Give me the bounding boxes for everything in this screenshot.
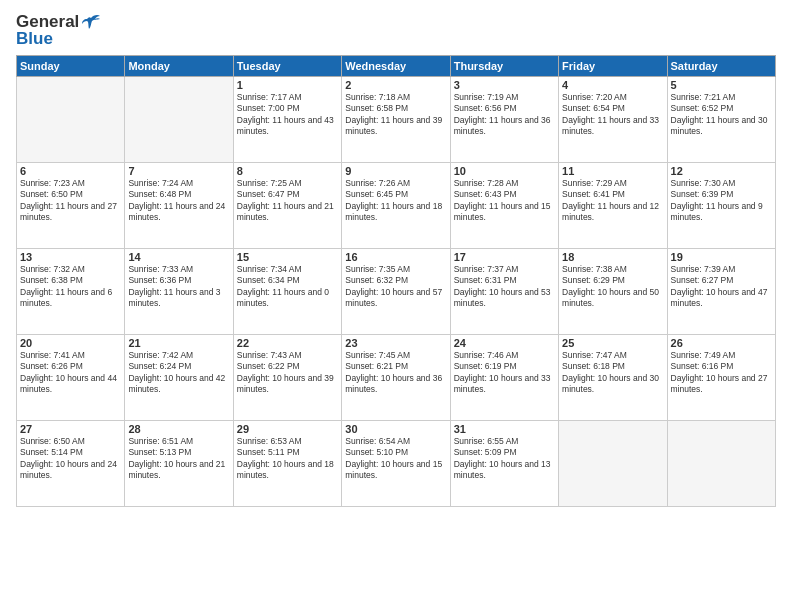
calendar-day-cell: 28Sunrise: 6:51 AMSunset: 5:13 PMDayligh… (125, 421, 233, 507)
calendar-day-cell: 13Sunrise: 7:32 AMSunset: 6:38 PMDayligh… (17, 249, 125, 335)
page: General Blue SundayMondayTuesdayWednesda… (0, 0, 792, 612)
calendar-day-cell: 21Sunrise: 7:42 AMSunset: 6:24 PMDayligh… (125, 335, 233, 421)
calendar-day-cell: 19Sunrise: 7:39 AMSunset: 6:27 PMDayligh… (667, 249, 775, 335)
calendar-day-cell: 23Sunrise: 7:45 AMSunset: 6:21 PMDayligh… (342, 335, 450, 421)
day-detail: Sunrise: 6:53 AMSunset: 5:11 PMDaylight:… (237, 436, 338, 482)
day-number: 19 (671, 251, 772, 263)
day-number: 17 (454, 251, 555, 263)
weekday-header: Tuesday (233, 56, 341, 77)
calendar-day-cell: 18Sunrise: 7:38 AMSunset: 6:29 PMDayligh… (559, 249, 667, 335)
day-number: 24 (454, 337, 555, 349)
calendar-day-cell: 17Sunrise: 7:37 AMSunset: 6:31 PMDayligh… (450, 249, 558, 335)
calendar-day-cell (667, 421, 775, 507)
day-number: 13 (20, 251, 121, 263)
calendar-day-cell: 22Sunrise: 7:43 AMSunset: 6:22 PMDayligh… (233, 335, 341, 421)
day-number: 21 (128, 337, 229, 349)
day-number: 27 (20, 423, 121, 435)
weekday-header: Thursday (450, 56, 558, 77)
day-detail: Sunrise: 7:24 AMSunset: 6:48 PMDaylight:… (128, 178, 229, 224)
weekday-header: Friday (559, 56, 667, 77)
calendar-day-cell: 10Sunrise: 7:28 AMSunset: 6:43 PMDayligh… (450, 163, 558, 249)
weekday-header: Wednesday (342, 56, 450, 77)
weekday-header: Saturday (667, 56, 775, 77)
day-detail: Sunrise: 6:55 AMSunset: 5:09 PMDaylight:… (454, 436, 555, 482)
day-number: 26 (671, 337, 772, 349)
calendar-day-cell: 29Sunrise: 6:53 AMSunset: 5:11 PMDayligh… (233, 421, 341, 507)
day-detail: Sunrise: 7:20 AMSunset: 6:54 PMDaylight:… (562, 92, 663, 138)
day-number: 4 (562, 79, 663, 91)
logo: General Blue (16, 12, 100, 49)
calendar-day-cell: 1Sunrise: 7:17 AMSunset: 7:00 PMDaylight… (233, 77, 341, 163)
day-detail: Sunrise: 6:50 AMSunset: 5:14 PMDaylight:… (20, 436, 121, 482)
day-detail: Sunrise: 7:37 AMSunset: 6:31 PMDaylight:… (454, 264, 555, 310)
calendar-day-cell (559, 421, 667, 507)
calendar-day-cell: 5Sunrise: 7:21 AMSunset: 6:52 PMDaylight… (667, 77, 775, 163)
calendar-day-cell: 4Sunrise: 7:20 AMSunset: 6:54 PMDaylight… (559, 77, 667, 163)
calendar-day-cell: 30Sunrise: 6:54 AMSunset: 5:10 PMDayligh… (342, 421, 450, 507)
day-detail: Sunrise: 7:39 AMSunset: 6:27 PMDaylight:… (671, 264, 772, 310)
day-detail: Sunrise: 7:29 AMSunset: 6:41 PMDaylight:… (562, 178, 663, 224)
day-detail: Sunrise: 7:26 AMSunset: 6:45 PMDaylight:… (345, 178, 446, 224)
day-number: 8 (237, 165, 338, 177)
day-detail: Sunrise: 7:49 AMSunset: 6:16 PMDaylight:… (671, 350, 772, 396)
calendar-day-cell: 31Sunrise: 6:55 AMSunset: 5:09 PMDayligh… (450, 421, 558, 507)
calendar-day-cell: 24Sunrise: 7:46 AMSunset: 6:19 PMDayligh… (450, 335, 558, 421)
day-number: 23 (345, 337, 446, 349)
calendar-table: SundayMondayTuesdayWednesdayThursdayFrid… (16, 55, 776, 507)
day-number: 20 (20, 337, 121, 349)
day-number: 9 (345, 165, 446, 177)
calendar-day-cell: 16Sunrise: 7:35 AMSunset: 6:32 PMDayligh… (342, 249, 450, 335)
logo-blue-text: Blue (16, 29, 53, 49)
day-number: 25 (562, 337, 663, 349)
day-number: 11 (562, 165, 663, 177)
day-detail: Sunrise: 7:30 AMSunset: 6:39 PMDaylight:… (671, 178, 772, 224)
calendar-day-cell (17, 77, 125, 163)
calendar-day-cell: 26Sunrise: 7:49 AMSunset: 6:16 PMDayligh… (667, 335, 775, 421)
calendar-week-row: 20Sunrise: 7:41 AMSunset: 6:26 PMDayligh… (17, 335, 776, 421)
calendar-week-row: 27Sunrise: 6:50 AMSunset: 5:14 PMDayligh… (17, 421, 776, 507)
day-number: 31 (454, 423, 555, 435)
calendar-day-cell: 7Sunrise: 7:24 AMSunset: 6:48 PMDaylight… (125, 163, 233, 249)
day-number: 28 (128, 423, 229, 435)
day-detail: Sunrise: 7:41 AMSunset: 6:26 PMDaylight:… (20, 350, 121, 396)
day-detail: Sunrise: 7:38 AMSunset: 6:29 PMDaylight:… (562, 264, 663, 310)
calendar-day-cell (125, 77, 233, 163)
day-detail: Sunrise: 7:23 AMSunset: 6:50 PMDaylight:… (20, 178, 121, 224)
day-detail: Sunrise: 7:42 AMSunset: 6:24 PMDaylight:… (128, 350, 229, 396)
day-detail: Sunrise: 7:18 AMSunset: 6:58 PMDaylight:… (345, 92, 446, 138)
day-number: 18 (562, 251, 663, 263)
calendar-day-cell: 8Sunrise: 7:25 AMSunset: 6:47 PMDaylight… (233, 163, 341, 249)
day-number: 10 (454, 165, 555, 177)
day-detail: Sunrise: 7:32 AMSunset: 6:38 PMDaylight:… (20, 264, 121, 310)
day-detail: Sunrise: 7:21 AMSunset: 6:52 PMDaylight:… (671, 92, 772, 138)
day-number: 2 (345, 79, 446, 91)
day-number: 22 (237, 337, 338, 349)
day-number: 12 (671, 165, 772, 177)
calendar-day-cell: 6Sunrise: 7:23 AMSunset: 6:50 PMDaylight… (17, 163, 125, 249)
calendar-day-cell: 20Sunrise: 7:41 AMSunset: 6:26 PMDayligh… (17, 335, 125, 421)
day-detail: Sunrise: 7:19 AMSunset: 6:56 PMDaylight:… (454, 92, 555, 138)
day-number: 15 (237, 251, 338, 263)
day-detail: Sunrise: 7:46 AMSunset: 6:19 PMDaylight:… (454, 350, 555, 396)
calendar-day-cell: 11Sunrise: 7:29 AMSunset: 6:41 PMDayligh… (559, 163, 667, 249)
day-number: 14 (128, 251, 229, 263)
calendar-week-row: 13Sunrise: 7:32 AMSunset: 6:38 PMDayligh… (17, 249, 776, 335)
calendar-day-cell: 27Sunrise: 6:50 AMSunset: 5:14 PMDayligh… (17, 421, 125, 507)
calendar-day-cell: 2Sunrise: 7:18 AMSunset: 6:58 PMDaylight… (342, 77, 450, 163)
day-detail: Sunrise: 7:28 AMSunset: 6:43 PMDaylight:… (454, 178, 555, 224)
day-detail: Sunrise: 7:35 AMSunset: 6:32 PMDaylight:… (345, 264, 446, 310)
day-number: 1 (237, 79, 338, 91)
day-number: 5 (671, 79, 772, 91)
day-detail: Sunrise: 7:25 AMSunset: 6:47 PMDaylight:… (237, 178, 338, 224)
day-detail: Sunrise: 7:34 AMSunset: 6:34 PMDaylight:… (237, 264, 338, 310)
day-number: 3 (454, 79, 555, 91)
day-detail: Sunrise: 6:54 AMSunset: 5:10 PMDaylight:… (345, 436, 446, 482)
calendar-header-row: SundayMondayTuesdayWednesdayThursdayFrid… (17, 56, 776, 77)
weekday-header: Sunday (17, 56, 125, 77)
calendar-day-cell: 14Sunrise: 7:33 AMSunset: 6:36 PMDayligh… (125, 249, 233, 335)
day-detail: Sunrise: 6:51 AMSunset: 5:13 PMDaylight:… (128, 436, 229, 482)
day-number: 6 (20, 165, 121, 177)
day-number: 16 (345, 251, 446, 263)
day-number: 29 (237, 423, 338, 435)
day-number: 7 (128, 165, 229, 177)
